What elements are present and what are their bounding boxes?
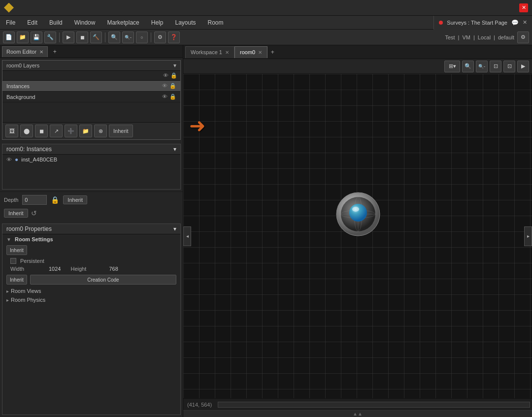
- workspace-tab-1-close[interactable]: ✕: [225, 50, 229, 55]
- layer-row-instances[interactable]: Instances 👁 🔒: [2, 81, 180, 92]
- height-value: 768: [109, 266, 118, 272]
- properties-title: room0 Properties: [6, 225, 52, 232]
- app-logo: [4, 3, 14, 13]
- depth-inherit-button[interactable]: Inherit: [63, 195, 87, 204]
- canvas-area[interactable]: ➜: [183, 74, 532, 398]
- window-close-button[interactable]: ✕: [519, 3, 528, 12]
- env-local[interactable]: Local: [478, 34, 491, 40]
- layer-tool-delete[interactable]: ⊗: [94, 125, 107, 137]
- room-editor-tab[interactable]: Room Editor ✕: [2, 46, 48, 57]
- orange-arrow: ➜: [189, 114, 206, 137]
- layer-lock-icon[interactable]: 🔒: [170, 72, 177, 79]
- toolbar-play-button[interactable]: ▶: [63, 32, 74, 43]
- env-default[interactable]: default: [498, 34, 514, 40]
- room-views-header[interactable]: ▸ Room Views: [2, 287, 180, 295]
- layer-tool-tile[interactable]: ◼: [35, 125, 48, 137]
- workspace-tab-room0[interactable]: room0 ✕: [234, 46, 267, 58]
- left-panel-toggle[interactable]: ◂: [183, 226, 191, 246]
- room-physics-header[interactable]: ▸ Room Physics: [2, 295, 180, 304]
- layer-inherit-button[interactable]: Inherit: [109, 125, 133, 137]
- notification-dot: [439, 21, 443, 25]
- room-editor-tab-close[interactable]: ✕: [39, 49, 43, 55]
- instance-inherit-button[interactable]: Inherit: [4, 209, 28, 218]
- creation-code-inherit-button[interactable]: Inherit: [6, 275, 27, 285]
- properties-expand[interactable]: ▾: [173, 225, 176, 232]
- layer-tool-add[interactable]: ➕: [65, 125, 77, 137]
- layers-expand-arrow[interactable]: ▾: [173, 62, 176, 69]
- menu-marketplace[interactable]: Marketplace: [101, 16, 145, 29]
- instances-title: room0: Instances: [6, 146, 52, 153]
- main-layout: Room Editor ✕ + room0 Layers ▾ 👁 🔒 Insta…: [0, 45, 532, 417]
- menu-room[interactable]: Room: [202, 16, 230, 29]
- depth-input[interactable]: [22, 195, 47, 205]
- instance-row[interactable]: 👁 ● inst_A4B0CEB: [2, 155, 180, 164]
- room-settings-inherit-button[interactable]: Inherit: [6, 245, 27, 255]
- room-physics-label: Room Physics: [11, 297, 45, 303]
- menu-build[interactable]: Build: [43, 16, 68, 29]
- workspace-tab-add[interactable]: +: [267, 47, 277, 57]
- layer-row-background[interactable]: Background 👁 🔒: [2, 92, 180, 102]
- layers-header: room0 Layers ▾: [2, 61, 180, 71]
- width-label: Width: [10, 266, 45, 272]
- layer-instances-lock[interactable]: 🔒: [169, 83, 176, 89]
- env-test[interactable]: Test: [445, 34, 455, 40]
- right-panel: Workspace 1 ✕ room0 ✕ + ⊞▾ 🔍 🔍- ⊡ ⊡ ▶ ➜: [183, 45, 532, 417]
- layer-tool-circle[interactable]: ⬤: [20, 125, 33, 137]
- workspace-tab-1[interactable]: Workspace 1 ✕: [185, 46, 234, 58]
- toolbar-new-button[interactable]: 📄: [3, 32, 15, 43]
- room-views-label: Room Views: [11, 288, 41, 294]
- menu-file[interactable]: File: [0, 16, 21, 29]
- room-editor-tab-add[interactable]: +: [50, 47, 60, 57]
- canvas-play-button[interactable]: ▶: [517, 61, 529, 72]
- menu-layouts[interactable]: Layouts: [169, 16, 201, 29]
- notification-close-button[interactable]: ✕: [523, 19, 527, 26]
- toolbar-open-button[interactable]: 📁: [17, 32, 29, 43]
- room-settings-arrow: ▼: [6, 237, 11, 242]
- menu-window[interactable]: Window: [68, 16, 101, 29]
- toolbar-zoom-reset-button[interactable]: ○: [136, 32, 148, 43]
- menu-edit[interactable]: Edit: [21, 16, 43, 29]
- toolbar-zoom-in-button[interactable]: 🔍: [108, 32, 120, 43]
- svg-point-6: [349, 204, 367, 222]
- instance-reset-icon[interactable]: ↺: [31, 209, 37, 217]
- depth-lock-icon[interactable]: 🔒: [51, 196, 59, 204]
- status-coords: (414, 564): [183, 402, 216, 408]
- persistent-checkbox[interactable]: [10, 258, 16, 264]
- toolbar-settings-button[interactable]: ⚙: [154, 32, 166, 43]
- layer-tool-image[interactable]: 🖼: [5, 125, 18, 137]
- orb-object[interactable]: [336, 192, 380, 236]
- toolbar-zoom-out-button[interactable]: 🔍-: [122, 32, 134, 43]
- creation-code-button[interactable]: Creation Code: [30, 275, 176, 285]
- env-vm[interactable]: VM: [462, 34, 470, 40]
- canvas-scrollbar[interactable]: ▲▲: [183, 410, 532, 417]
- title-bar: ✕: [0, 0, 532, 16]
- layer-background-lock[interactable]: 🔒: [169, 94, 176, 100]
- layer-tool-folder[interactable]: 📁: [79, 125, 92, 137]
- toolbar-help-button[interactable]: ❓: [168, 32, 180, 43]
- workspace-tab-room0-close[interactable]: ✕: [258, 50, 262, 55]
- toolbar-save-button[interactable]: 💾: [31, 32, 42, 43]
- env-settings-button[interactable]: ⚙: [517, 32, 529, 43]
- left-tab-bar: Room Editor ✕ +: [0, 45, 183, 58]
- layer-tool-path[interactable]: ↗: [50, 125, 63, 137]
- toolbar-separator: [59, 32, 60, 42]
- instances-expand[interactable]: ▾: [173, 146, 176, 153]
- toolbar-debug-button[interactable]: 🔧: [44, 32, 56, 43]
- canvas-grid-button[interactable]: ⊞▾: [444, 61, 460, 72]
- toolbar-build-button[interactable]: 🔨: [90, 32, 102, 43]
- scroll-up-button[interactable]: ▲▲: [353, 411, 363, 417]
- canvas-zoom-fit-button[interactable]: ⊡: [490, 61, 501, 72]
- canvas-zoom-in-button[interactable]: 🔍: [462, 61, 474, 72]
- menu-help[interactable]: Help: [145, 16, 169, 29]
- layer-background-eye[interactable]: 👁: [162, 94, 167, 100]
- toolbar-sep-text-3: |: [494, 34, 495, 40]
- toolbar-stop-button[interactable]: ⏹: [76, 32, 88, 43]
- canvas-fit-button[interactable]: ⊡: [503, 61, 515, 72]
- canvas-zoom-out-button[interactable]: 🔍-: [476, 61, 488, 72]
- depth-area: Depth 🔒 Inherit: [0, 192, 183, 208]
- status-scrollbar[interactable]: [218, 402, 530, 408]
- layer-instances-eye[interactable]: 👁: [162, 83, 167, 89]
- instance-eye-icon[interactable]: 👁: [6, 157, 12, 162]
- layer-visibility-icon[interactable]: 👁: [163, 72, 168, 79]
- right-panel-toggle[interactable]: ▸: [524, 226, 532, 246]
